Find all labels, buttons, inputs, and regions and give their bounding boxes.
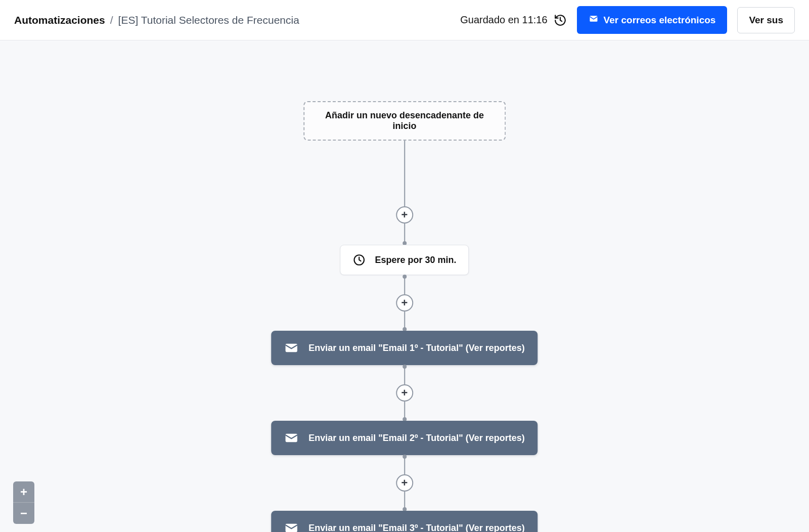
plus-icon: + <box>20 485 27 499</box>
add-step-button[interactable]: + <box>396 294 413 312</box>
zoom-out-button[interactable]: − <box>13 503 34 524</box>
zoom-controls: + − <box>13 481 34 524</box>
clock-icon <box>352 253 366 267</box>
add-trigger-placeholder[interactable]: Añadir un nuevo desencadenante de inicio <box>303 101 506 141</box>
add-step-button[interactable]: + <box>396 384 413 402</box>
email-step-label: Enviar un email "Email 2º - Tutorial" (V… <box>308 433 524 444</box>
wait-step-label: Espere por 30 min. <box>375 255 456 265</box>
email-step[interactable]: Enviar un email "Email 1º - Tutorial" (V… <box>271 331 537 365</box>
view-emails-label: Ver correos electrónicos <box>604 15 716 26</box>
view-subscribers-button[interactable]: Ver sus <box>737 7 795 33</box>
email-icon <box>284 521 298 532</box>
view-emails-button[interactable]: Ver correos electrónicos <box>577 6 728 34</box>
connector-line <box>404 458 405 474</box>
connector-line <box>404 224 405 242</box>
saved-text: Guardado en 11:16 <box>460 14 547 26</box>
plus-icon: + <box>401 477 408 489</box>
email-icon <box>284 341 298 355</box>
minus-icon: − <box>20 506 27 520</box>
breadcrumb-root[interactable]: Automatizaciones <box>14 14 105 26</box>
plus-icon: + <box>401 209 408 220</box>
wait-step[interactable]: Espere por 30 min. <box>340 245 469 275</box>
add-step-button[interactable]: + <box>396 206 413 224</box>
header-actions: Guardado en 11:16 Ver correos electrónic… <box>460 6 795 34</box>
header: Automatizaciones / [ES] Tutorial Selecto… <box>0 0 809 40</box>
add-trigger-label: Añadir un nuevo desencadenante de inicio <box>314 110 495 131</box>
breadcrumb-current: [ES] Tutorial Selectores de Frecuencia <box>118 14 299 26</box>
plus-icon: + <box>401 297 408 308</box>
view-subscribers-label: Ver sus <box>749 15 783 26</box>
connector-line <box>404 492 405 508</box>
email-step[interactable]: Enviar un email "Email 2º - Tutorial" (V… <box>271 421 537 455</box>
history-icon[interactable] <box>554 14 567 27</box>
saved-indicator: Guardado en 11:16 <box>460 14 566 27</box>
email-step[interactable]: Enviar un email "Email 3º - Tutorial" (V… <box>271 511 537 532</box>
add-step-button[interactable]: + <box>396 474 413 492</box>
connector-line <box>404 402 405 418</box>
breadcrumb: Automatizaciones / [ES] Tutorial Selecto… <box>14 14 299 26</box>
email-step-label: Enviar un email "Email 1º - Tutorial" (V… <box>308 343 524 353</box>
email-step-label: Enviar un email "Email 3º - Tutorial" (V… <box>308 523 524 533</box>
email-icon <box>284 431 298 445</box>
email-icon <box>589 14 599 26</box>
plus-icon: + <box>401 387 408 398</box>
breadcrumb-separator: / <box>110 14 113 26</box>
connector-line <box>404 312 405 328</box>
flow-column: Añadir un nuevo desencadenante de inicio… <box>271 101 537 532</box>
connector-line <box>404 368 405 384</box>
connector-line <box>404 278 405 294</box>
connector-line <box>404 141 405 206</box>
automation-canvas[interactable]: Añadir un nuevo desencadenante de inicio… <box>0 40 809 532</box>
zoom-in-button[interactable]: + <box>13 481 34 503</box>
